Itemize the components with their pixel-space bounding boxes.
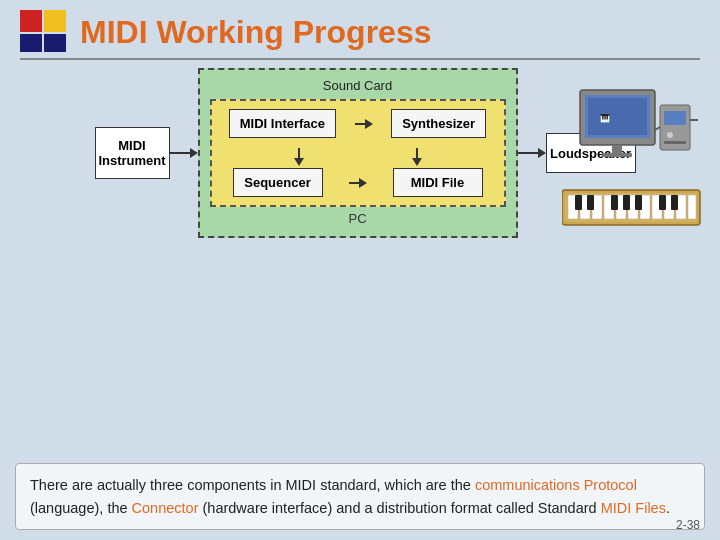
- computer-icon: 🎹: [570, 85, 700, 185]
- midi-file-label: MIDI File: [411, 175, 464, 190]
- sequencer-box: Sequencer: [233, 168, 323, 197]
- arrow-head-icon: [365, 119, 373, 129]
- midi-instrument-label: MIDIInstrument: [98, 138, 165, 168]
- arrow-line: [170, 152, 190, 154]
- arrow-midi-to-soundcard: [170, 148, 198, 158]
- midi-instrument-box: MIDIInstrument: [95, 127, 170, 179]
- sound-card-inner: MIDI Interface Synthesizer: [210, 99, 506, 207]
- midi-file-box: MIDI File: [393, 168, 483, 197]
- sequencer-label: Sequencer: [244, 175, 310, 190]
- midi-interface-box: MIDI Interface: [229, 109, 336, 138]
- svg-point-12: [667, 132, 673, 138]
- svg-rect-29: [575, 195, 582, 210]
- sound-card-label: Sound Card: [210, 78, 506, 93]
- arrow-seq-midifile: [349, 178, 367, 188]
- svg-rect-1: [44, 10, 66, 32]
- arrow-down-icon: [412, 158, 422, 166]
- sc-bottom-row: Sequencer MIDI File: [220, 168, 496, 197]
- keyboard-illustration: [562, 185, 702, 230]
- svg-rect-0: [20, 10, 42, 32]
- slide-number: 2-38: [676, 518, 700, 532]
- svg-text:🎹: 🎹: [600, 113, 610, 123]
- arrow-synth-midifile: [412, 148, 422, 166]
- pc-label: PC: [210, 211, 506, 226]
- computer-illustration: 🎹: [570, 85, 700, 195]
- svg-rect-35: [671, 195, 678, 210]
- text-highlight-midifiles: MIDI Files: [601, 500, 666, 516]
- text-highlight-connector: Connector: [132, 500, 199, 516]
- svg-rect-2: [20, 34, 42, 52]
- svg-rect-9: [602, 153, 632, 157]
- synthesizer-label: Synthesizer: [402, 116, 475, 131]
- sound-card: Sound Card MIDI Interface: [198, 68, 518, 238]
- svg-rect-11: [664, 111, 686, 125]
- keyboard-icon: [562, 185, 702, 230]
- arrow-head-icon: [538, 148, 546, 158]
- synthesizer-box: Synthesizer: [391, 109, 486, 138]
- text-part4: .: [666, 500, 670, 516]
- text-part1: There are actually three components in M…: [30, 477, 475, 493]
- arrow-interface-synth: [355, 119, 373, 129]
- sc-top-row: MIDI Interface Synthesizer: [220, 109, 496, 138]
- text-part3: (hardware interface) and a distribution …: [198, 500, 600, 516]
- text-highlight-protocol: communications Protocol: [475, 477, 637, 493]
- arrow-head-icon: [359, 178, 367, 188]
- svg-rect-32: [623, 195, 630, 210]
- svg-rect-6: [588, 98, 647, 135]
- svg-rect-30: [587, 195, 594, 210]
- text-part2: (language), the: [30, 500, 132, 516]
- logo-icon: [20, 10, 68, 54]
- svg-rect-13: [664, 141, 686, 144]
- header: MIDI Working Progress: [20, 10, 700, 60]
- svg-rect-8: [612, 145, 622, 153]
- svg-rect-31: [611, 195, 618, 210]
- arrow-soundcard-to-speaker: [518, 148, 546, 158]
- midi-interface-label: MIDI Interface: [240, 116, 325, 131]
- main-diagram-row: MIDIInstrument Sound Card MIDI Interface: [85, 68, 636, 238]
- svg-rect-33: [635, 195, 642, 210]
- slide: MIDI Working Progress MIDIInstrument Sou…: [0, 0, 720, 540]
- svg-rect-34: [659, 195, 666, 210]
- svg-rect-3: [44, 34, 66, 52]
- text-block: There are actually three components in M…: [15, 463, 705, 530]
- vertical-arrows-row: [220, 146, 496, 168]
- arrow-head-icon: [190, 148, 198, 158]
- svg-rect-28: [688, 195, 696, 219]
- arrow-down-icon: [294, 158, 304, 166]
- arrow-interface-seq: [294, 148, 304, 166]
- page-title: MIDI Working Progress: [80, 14, 431, 51]
